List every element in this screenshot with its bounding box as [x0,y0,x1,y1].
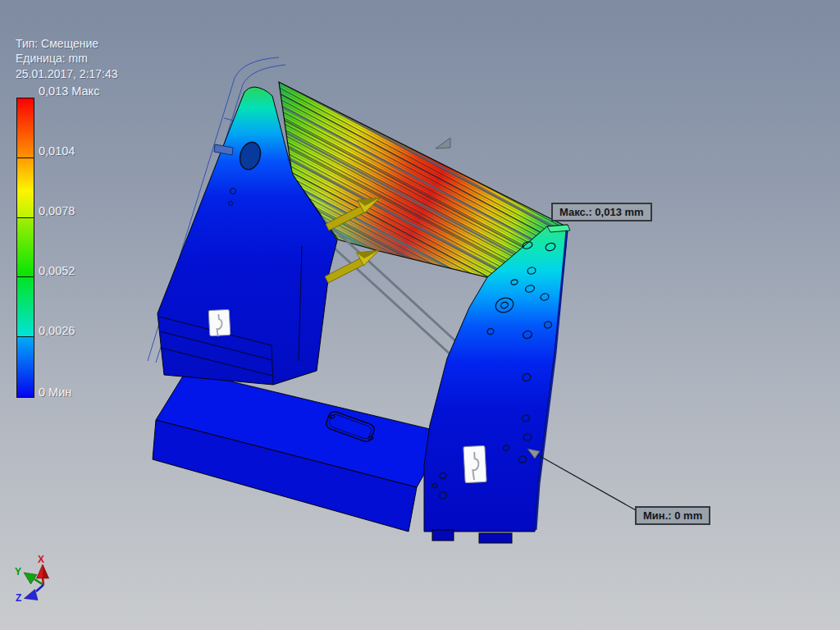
scale-segment-blue [17,337,34,397]
boundary-condition-tag[interactable] [208,309,231,336]
orientation-triad [24,564,49,600]
scale-min-label: 0 Мин [39,386,71,399]
viewport-3d[interactable]: Тип: Смещение Единица: mm 25.01.2017, 2:… [0,0,840,630]
min-callout[interactable]: Мин.: 0 mm [635,506,710,525]
scale-segment-red [17,98,34,158]
min-leader-line [534,453,636,510]
axis-z-label: Z [16,592,21,604]
axis-x-label: X [38,554,44,565]
color-scale-bar [16,98,34,398]
scale-tick-label: 0,0104 [39,144,75,158]
model-right-plate [424,225,570,543]
result-timestamp: 25.01.2017, 2:17:43 [16,67,118,80]
scale-tick-label: 0,0078 [39,204,75,217]
scale-segment-green-cyan [17,277,34,337]
scale-segment-orange-yellow [17,158,34,218]
result-unit-label: Единица: mm [16,52,88,65]
scale-max-label: 0,013 Макс [39,84,99,98]
model-3d[interactable] [0,0,840,630]
scale-tick-label: 0,0052 [39,264,75,277]
boundary-condition-tag[interactable] [463,445,486,482]
max-callout[interactable]: Макс.: 0,013 mm [551,203,652,221]
model-base [153,371,447,532]
scale-segment-green [17,218,34,278]
result-type-label: Тип: Смещение [16,37,98,50]
axis-y-label: Y [15,566,21,578]
max-probe-arrow [436,138,450,148]
scale-tick-label: 0,0026 [39,324,75,337]
